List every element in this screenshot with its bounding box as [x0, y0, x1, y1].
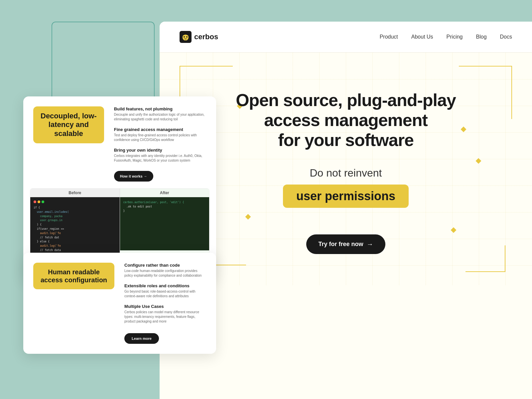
code-after-line-1: cerbos.authorize(user, post, 'edit') {: [123, 200, 206, 205]
code-before-tab: Before: [30, 189, 120, 197]
nav-links: Product About Us Pricing Blog Docs: [380, 34, 512, 40]
feature-item-2-desc: Test and deploy fine-grained access cont…: [114, 133, 206, 142]
hero-highlight: user permissions: [283, 185, 409, 208]
badge-line1: Decoupled, low-: [41, 112, 97, 120]
code-after-tab: After: [120, 189, 209, 197]
nav-blog[interactable]: Blog: [476, 34, 487, 40]
feature-item-3: Bring your own identity Cerbos integrate…: [114, 148, 206, 163]
bottom-feature-3-title: Multiple Use Cases: [124, 304, 206, 309]
svg-point-2: [186, 36, 188, 38]
bottom-feature-1-desc: Low-code human-readable configuration pr…: [124, 269, 206, 278]
hero-text-block: Open source, plug-and-play access manage…: [236, 90, 456, 224]
logo-text: cerbos: [194, 33, 218, 41]
bg-decoration-top: [52, 22, 155, 103]
bottom-feature-3-desc: Cerbos policies can model many different…: [124, 310, 206, 324]
feature-item-1-title: Build features, not plumbing: [114, 106, 206, 111]
feature-card-top: Decoupled, low- latency and scalable Bui…: [23, 96, 216, 188]
grid-decoration-tr: [459, 66, 512, 119]
code-line-4: user.groups.in: [34, 218, 116, 223]
hero-title: Open source, plug-and-play access manage…: [236, 90, 456, 150]
bottom-feature-2-desc: Go beyond basic role-based-access-contro…: [124, 289, 206, 299]
learn-more-label: Learn more: [132, 336, 152, 340]
code-after-line-2: .ok to edit post: [123, 205, 206, 209]
svg-point-1: [184, 36, 185, 38]
hero-subtitle: Do not reinvent: [236, 167, 456, 179]
feature-item-1: Build features, not plumbing Decouple an…: [114, 106, 206, 122]
code-window-after: cerbos.authorize(user, post, 'edit') { .…: [120, 197, 209, 250]
feature-list: Build features, not plumbing Decouple an…: [114, 106, 206, 182]
code-line-3: company, packa: [34, 214, 116, 219]
feature-item-2-title: Fine grained access management: [114, 127, 206, 132]
feature-item-3-desc: Cerbos integrates with any identity prov…: [114, 154, 206, 163]
badge-line2: latency and: [49, 120, 89, 129]
feature-badge: Decoupled, low- latency and scalable: [33, 106, 104, 143]
code-line-2: user.email.includes(: [34, 210, 116, 214]
logo-icon: [180, 31, 192, 43]
bottom-feature-2-title: Extensible roles and conditions: [124, 283, 206, 288]
feature-list-2: Configure rather than code Low-code huma…: [124, 263, 206, 344]
navigation: cerbos Product About Us Pricing Blog Doc…: [160, 22, 532, 53]
nav-docs[interactable]: Docs: [500, 34, 512, 40]
how-it-works-label: How it works →: [120, 174, 147, 178]
nav-about[interactable]: About Us: [411, 34, 433, 40]
badge2-line2: access configuration: [41, 276, 107, 284]
cta-arrow: →: [367, 240, 373, 248]
grid-decoration-br: [466, 245, 505, 272]
bottom-feature-item-3: Multiple Use Cases Cerbos policies can m…: [124, 304, 206, 324]
how-it-works-button[interactable]: How it works →: [114, 171, 153, 182]
window-dots: [34, 200, 116, 203]
code-line-10: audit.log('fe: [34, 244, 116, 248]
cta-label: Try for free now: [318, 241, 363, 248]
code-line-11: // fetch data: [34, 248, 116, 253]
cta-button[interactable]: Try for free now →: [306, 234, 385, 254]
features-card-bottom: Human readable access configuration Conf…: [23, 253, 216, 354]
learn-more-button[interactable]: Learn more: [124, 333, 159, 344]
nav-pricing[interactable]: Pricing: [447, 34, 463, 40]
dot-red: [34, 200, 36, 203]
code-line-1: if {: [34, 206, 116, 210]
code-line-6: if(user_region ==: [34, 227, 116, 231]
dot-green: [42, 200, 44, 203]
feature-item-3-title: Bring your own identity: [114, 148, 206, 153]
bottom-feature-item-2: Extensible roles and conditions Go beyon…: [124, 283, 206, 299]
feature-badge-2: Human readable access configuration: [33, 263, 114, 289]
feature-item-1-desc: Decouple and unify the authorization log…: [114, 112, 206, 122]
dot-yellow: [38, 200, 40, 203]
code-line-5: ) {: [34, 223, 116, 227]
code-line-7: audit.log('fe: [34, 231, 116, 236]
code-line-8: // fetch dat: [34, 236, 116, 240]
logo: cerbos: [180, 31, 218, 43]
nav-product[interactable]: Product: [380, 34, 398, 40]
bottom-feature-item-1: Configure rather than code Low-code huma…: [124, 263, 206, 278]
code-line-9: } else {: [34, 240, 116, 244]
bottom-feature-1-title: Configure rather than code: [124, 263, 206, 268]
code-after-line-3: }: [123, 209, 206, 213]
badge2-line1: Human readable: [48, 268, 100, 276]
feature-item-2: Fine grained access management Test and …: [114, 127, 206, 142]
badge-line3: scalable: [54, 129, 83, 138]
